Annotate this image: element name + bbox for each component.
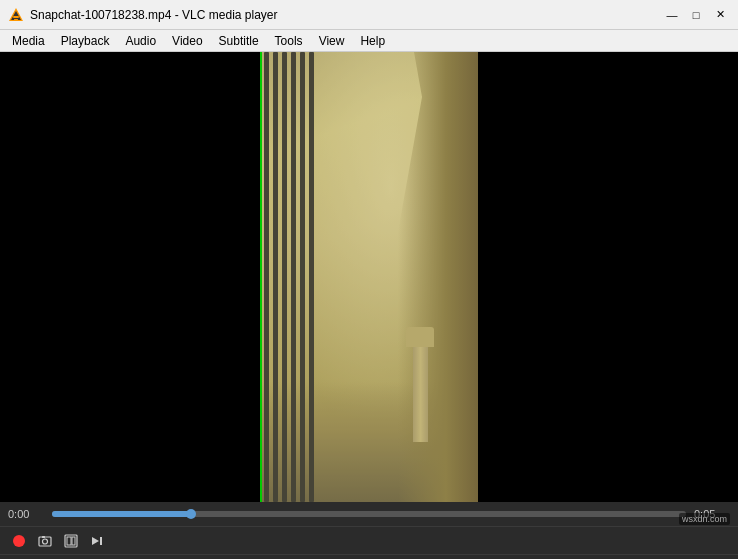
- seek-bar[interactable]: [52, 511, 686, 517]
- progress-fill: [52, 511, 191, 517]
- svg-rect-12: [100, 537, 102, 545]
- svg-rect-5: [39, 537, 51, 546]
- svg-rect-3: [14, 19, 18, 21]
- record-button[interactable]: [8, 530, 30, 552]
- video-frame: [260, 52, 478, 502]
- menu-audio[interactable]: Audio: [117, 30, 164, 51]
- controls-row-2: 60%: [0, 554, 738, 559]
- frame-step-button[interactable]: [86, 530, 108, 552]
- window-controls: — □ ✕: [662, 5, 730, 25]
- menu-media[interactable]: Media: [4, 30, 53, 51]
- svg-marker-11: [92, 537, 99, 545]
- black-right: [478, 52, 738, 502]
- progress-handle: [186, 509, 196, 519]
- app-icon: [8, 7, 24, 23]
- menu-bar: Media Playback Audio Video Subtitle Tool…: [0, 30, 738, 52]
- total-time: 0:05: [694, 508, 730, 520]
- current-time: 0:00: [8, 508, 44, 520]
- svg-point-6: [43, 539, 48, 544]
- menu-video[interactable]: Video: [164, 30, 210, 51]
- green-line: [260, 52, 262, 502]
- loop-ab-button[interactable]: [60, 530, 82, 552]
- svg-point-4: [13, 535, 25, 547]
- menu-view[interactable]: View: [311, 30, 353, 51]
- video-area[interactable]: [0, 52, 738, 502]
- snapshot-button[interactable]: [34, 530, 56, 552]
- mist: [260, 52, 478, 502]
- black-left: [0, 52, 260, 502]
- svg-rect-2: [13, 16, 19, 18]
- menu-playback[interactable]: Playback: [53, 30, 118, 51]
- video-content: [0, 52, 738, 502]
- close-button[interactable]: ✕: [710, 5, 730, 25]
- progress-area: 0:00 0:05: [0, 502, 738, 526]
- svg-rect-10: [72, 537, 75, 545]
- menu-tools[interactable]: Tools: [267, 30, 311, 51]
- svg-rect-9: [67, 537, 71, 545]
- minimize-button[interactable]: —: [662, 5, 682, 25]
- menu-help[interactable]: Help: [352, 30, 393, 51]
- controls-row-1: [0, 526, 738, 554]
- title-bar: Snapchat-100718238.mp4 - VLC media playe…: [0, 0, 738, 30]
- maximize-button[interactable]: □: [686, 5, 706, 25]
- menu-subtitle[interactable]: Subtitle: [211, 30, 267, 51]
- window-title: Snapchat-100718238.mp4 - VLC media playe…: [30, 8, 662, 22]
- svg-rect-7: [42, 536, 45, 538]
